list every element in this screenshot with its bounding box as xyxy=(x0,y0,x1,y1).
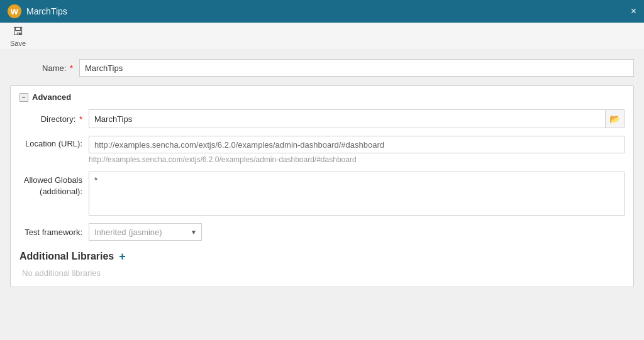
directory-label: Directory: * xyxy=(19,114,89,124)
location-input[interactable] xyxy=(89,136,625,153)
browse-button[interactable]: 📂 xyxy=(605,110,624,128)
main-content: Name: * − Advanced Directory: * 📂 xyxy=(0,50,644,340)
close-button[interactable]: × xyxy=(631,6,636,16)
advanced-legend: − Advanced xyxy=(19,92,625,102)
location-hint: http://examples.sencha.com/extjs/6.2.0/e… xyxy=(89,155,625,164)
globals-textarea[interactable]: * xyxy=(89,172,625,216)
directory-input[interactable] xyxy=(89,110,605,128)
additional-libraries-header: Additional Libraries + xyxy=(19,251,625,262)
framework-row: Test framework: Inherited (jasmine) Jasm… xyxy=(19,223,625,241)
framework-select-wrap: Inherited (jasmine) Jasmine Mocha xyxy=(89,223,202,241)
location-label: Location (URL): xyxy=(19,136,89,148)
name-required: * xyxy=(70,63,73,73)
toolbar: 🖫 Save xyxy=(0,23,644,50)
advanced-section: − Advanced Directory: * 📂 Location (URL)… xyxy=(10,85,634,287)
additional-libraries-title: Additional Libraries xyxy=(19,251,114,262)
save-icon: 🖫 xyxy=(13,25,24,38)
location-row: Location (URL): http://examples.sencha.c… xyxy=(19,136,625,164)
title-bar-left: W MarchTips xyxy=(8,4,67,18)
title-bar: W MarchTips × xyxy=(0,0,644,23)
save-button[interactable]: 🖫 Save xyxy=(6,24,30,48)
window-title: MarchTips xyxy=(26,6,67,16)
framework-select[interactable]: Inherited (jasmine) Jasmine Mocha xyxy=(89,223,202,241)
globals-label: Allowed Globals(additional): xyxy=(19,172,89,197)
no-libraries-text: No additional libraries xyxy=(19,268,625,278)
framework-label: Test framework: xyxy=(19,228,89,237)
name-input[interactable] xyxy=(79,59,634,77)
advanced-title: Advanced xyxy=(32,92,71,102)
name-label: Name: * xyxy=(10,63,79,73)
directory-required: * xyxy=(79,114,82,124)
name-row: Name: * xyxy=(10,59,634,77)
save-label: Save xyxy=(10,40,26,47)
app-logo: W xyxy=(8,4,21,18)
location-input-wrap: http://examples.sencha.com/extjs/6.2.0/e… xyxy=(89,136,625,164)
directory-row: Directory: * 📂 xyxy=(19,109,625,128)
collapse-icon[interactable]: − xyxy=(19,93,28,102)
browse-icon: 📂 xyxy=(609,114,620,124)
add-library-button[interactable]: + xyxy=(119,251,126,262)
directory-input-wrap: 📂 xyxy=(89,109,625,128)
globals-row: Allowed Globals(additional): * xyxy=(19,172,625,216)
